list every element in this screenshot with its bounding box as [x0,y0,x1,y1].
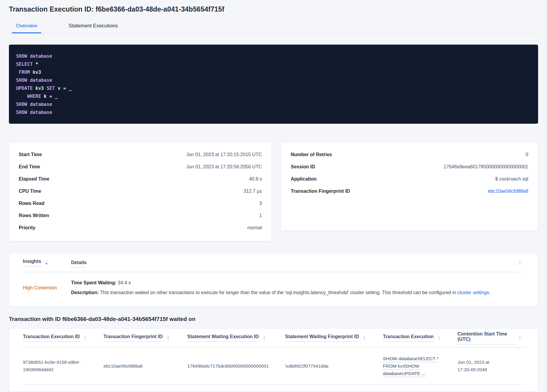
statement-waiting-execution-id-cell: 176498a9c717bdc80000000000000001 [187,362,285,370]
insights-column-label: Insights [23,259,41,266]
insight-details: Time Spent Waiting: 34.4 s Description: … [71,279,521,296]
insight-type-badge: High Contention [23,285,71,291]
details-column-label: Details [71,260,87,267]
detail-value: 17648a9eea6017800000000000000001 [444,164,528,170]
time-spent-waiting-label: Time Spent Waiting: [71,280,117,285]
detail-row: Prioritynormal [19,222,262,234]
column-header[interactable]: Statement Waiting Fingerprint ID▲▼ [285,334,383,342]
tab-bar: Overview Statement Executions [9,21,538,33]
detail-value: $ cockroach sql [495,176,528,182]
table-row: 9738d051-bc0e-4158-a9b4-1903586ddd42ebc1… [23,347,526,385]
insight-row: High Contention Time Spent Waiting: 34.4… [23,272,521,305]
detail-row: End TimeJun 01, 2023 at 17:20:56:2056 UT… [19,161,262,173]
description-label: Description: [71,290,99,295]
detail-row: Session ID17648a9eea60178000000000000000… [291,161,528,173]
waited-on-table-header: Transaction Execution ID▲▼Transaction Fi… [23,329,526,347]
transaction-details-page: Transaction Execution ID: f6be6366-da03-… [0,0,547,392]
sql-statements-box: SHOW databaseSELECT * FROM kv3SHOW datab… [9,45,538,124]
transaction-execution-cell: SHOW databaseSELECT * FROM kv3SHOW datab… [383,355,458,377]
transaction-execution-link[interactable]: SHOW databaseSELECT * FROM kv3SHOW datab… [383,356,438,376]
description-suffix: . [489,290,490,295]
column-header-label: Statement Waiting Execution ID [187,334,259,342]
details-column-header[interactable]: Details [71,260,518,265]
detail-value: normal [247,225,262,231]
summary-cards-row: Start TimeJun 01, 2023 at 17:20:15:2015 … [9,142,538,241]
sort-icon[interactable]: ▲▼ [363,335,366,340]
sql-line: SHOW database [16,76,530,84]
detail-value: 0 [526,152,528,157]
sort-icon[interactable]: ▲▼ [45,260,48,265]
detail-label: Priority [19,225,35,231]
sql-line: SHOW database [16,52,530,60]
detail-label: Number of Retries [291,152,332,157]
transaction-execution-id-cell: 9738d051-bc0e-4158-a9b4-1903586ddd42 [23,358,103,373]
column-header[interactable]: Transaction Execution ID▲▼ [23,334,103,342]
detail-label: Rows Written [19,213,49,218]
time-spent-waiting-value: 34.4 s [118,280,131,285]
detail-value: 312.7 µs [243,189,262,194]
detail-row: Number of Retries0 [291,148,528,161]
transaction-timing-card: Start TimeJun 01, 2023 at 17:20:15:2015 … [9,142,272,241]
column-header[interactable]: Contention Start Time (UTC)▲▼ [458,331,526,344]
detail-row: Start TimeJun 01, 2023 at 17:20:15:2015 … [19,148,262,161]
sort-icon[interactable]: ▲▼ [167,335,169,340]
detail-row: Rows Written1 [19,209,262,222]
detail-value: 3 [259,201,262,206]
detail-row: Rows Read3 [19,197,262,209]
sort-icon[interactable]: ▲▼ [263,335,265,340]
detail-label: Start Time [19,152,42,157]
transaction-meta-card: Number of Retries0Session ID17648a9eea60… [281,142,538,231]
sql-line: FROM kv3 [16,68,530,76]
tab-overview[interactable]: Overview [12,21,41,33]
statement-waiting-fingerprint-id-cell: \xdb8922f077541dda [285,362,383,370]
detail-row: Transaction Fingerprint IDebc10ae56cfd88… [291,185,528,197]
detail-label: Transaction Fingerprint ID [291,189,350,194]
column-header-label: Transaction Execution ID [23,334,80,342]
detail-label: End Time [19,164,40,170]
detail-label: Rows Read [19,201,44,206]
sort-icon[interactable]: ▲▼ [518,260,521,265]
detail-row: CPU Time312.7 µs [19,185,262,197]
detail-label: Session ID [291,164,315,170]
sql-line: SHOW database [16,101,530,109]
page-title: Transaction Execution ID: f6be6366-da03-… [9,5,538,13]
insights-table-header: Insights ▲▼ Details ▲▼ [23,253,521,272]
sort-icon[interactable]: ▲▼ [518,335,521,340]
sql-line: UPDATE kv3 SET v = _ [16,84,530,92]
transaction-fingerprint-id-cell: ebc10ae56cfd88a8 [103,362,187,370]
time-spent-waiting-line: Time Spent Waiting: 34.4 s [71,279,521,286]
column-header-label: Contention Start Time (UTC) [458,331,514,344]
column-header[interactable]: Statement Waiting Execution ID▲▼ [187,334,285,342]
waited-on-table-body: 9738d051-bc0e-4158-a9b4-1903586ddd42ebc1… [23,347,526,385]
column-header-label: Statement Waiting Fingerprint ID [285,334,359,342]
column-header[interactable]: Transaction Execution▲▼ [383,334,458,342]
description-line: Description: This transaction waited on … [71,289,521,296]
column-header[interactable]: Transaction Fingerprint ID▲▼ [103,334,187,342]
detail-label: Application [291,176,317,182]
transaction-fingerprint-link[interactable]: ebc10ae56cfd88a8 [488,189,528,194]
tab-statement-executions[interactable]: Statement Executions [65,21,122,33]
detail-row: Elapsed Time40.9 s [19,173,262,185]
insights-table: Insights ▲▼ Details ▲▼ High Contention T… [9,253,538,307]
column-header-label: Transaction Execution [383,334,434,342]
contention-start-time-cell: Jun 01, 2023 at 17:20:49:2049 [458,358,526,373]
detail-value: 40.9 s [249,176,262,182]
waited-on-heading: Transaction with ID f6be6366-da03-48de-a… [9,316,538,322]
sql-line: SELECT * [16,60,530,68]
detail-value: 1 [259,213,262,218]
column-header-label: Transaction Fingerprint ID [103,334,163,342]
sql-statements-code: SHOW databaseSELECT * FROM kv3SHOW datab… [16,52,530,117]
sql-line: SHOW database [16,109,530,117]
sort-icon[interactable]: ▲▼ [438,335,441,340]
detail-label: Elapsed Time [19,176,49,182]
insights-column-header[interactable]: Insights ▲▼ [23,259,71,266]
detail-value: Jun 01, 2023 at 17:20:15:2015 UTC [186,152,262,157]
description-text: This transaction waited on other transac… [100,290,458,295]
detail-value: Jun 01, 2023 at 17:20:56:2056 UTC [186,164,262,170]
waited-on-table: Transaction Execution ID▲▼Transaction Fi… [9,328,538,392]
detail-row: Application$ cockroach sql [291,173,528,185]
cluster-settings-link[interactable]: cluster settings [458,290,489,295]
detail-label: CPU Time [19,189,41,194]
sort-icon[interactable]: ▲▼ [84,335,87,340]
sql-line: WHERE k = _ [16,92,530,101]
